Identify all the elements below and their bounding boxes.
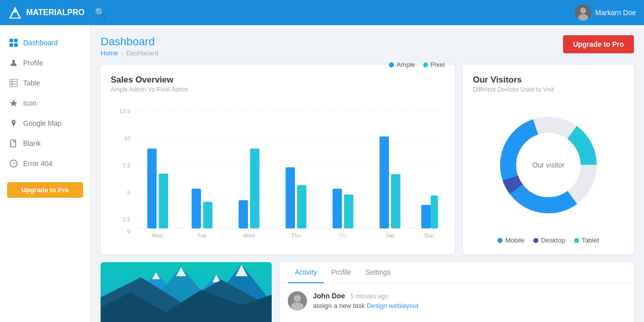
donut-chart-wrapper: Our visitor	[473, 101, 624, 228]
sidebar-item-label: Google Map	[23, 119, 61, 127]
sidebar-upgrade-button[interactable]: Upgrade to Pro	[7, 182, 83, 198]
activity-details: John Doe 5 minutes ago assign a new task…	[313, 291, 419, 309]
svg-rect-37	[238, 200, 248, 228]
search-icon[interactable]: 🔍	[95, 7, 106, 18]
svg-text:2.5: 2.5	[123, 216, 131, 222]
legend-pixel-label: Pixel	[431, 61, 445, 68]
activity-user-name: John Doe	[313, 292, 345, 300]
breadcrumb-separator: ›	[121, 49, 123, 57]
legend-mobile: Mobile	[498, 236, 524, 244]
legend-mobile-label: Mobile	[505, 236, 524, 244]
app-logo[interactable]: MATERIALPRO	[8, 6, 85, 20]
ample-dot	[389, 62, 394, 67]
app-name: MATERIALPRO	[26, 8, 85, 17]
sidebar-item-icon[interactable]: Icon	[0, 94, 90, 113]
donut-center-label: Our visitor	[532, 161, 565, 169]
svg-rect-6	[10, 39, 13, 42]
sidebar: Dashboard Profile Table	[0, 25, 91, 322]
svg-rect-31	[147, 148, 157, 228]
activity-time: 5 minutes ago	[350, 293, 388, 300]
user-menu[interactable]: Markarn Doe	[575, 5, 636, 21]
svg-text:10: 10	[124, 135, 131, 141]
visitors-subtitle: Different Devices Used to Visit	[473, 86, 624, 93]
svg-text:7.5: 7.5	[123, 163, 131, 169]
svg-text:Mon: Mon	[152, 232, 163, 238]
mobile-dot	[498, 238, 503, 243]
upgrade-to-pro-button[interactable]: Upgrade to Pro	[563, 35, 634, 53]
breadcrumb-current: Dashboard	[126, 49, 158, 57]
pixel-dot	[423, 62, 428, 67]
visitors-title: Our Visitors	[473, 75, 624, 85]
mountains-illustration	[101, 262, 272, 322]
svg-rect-38	[250, 148, 260, 228]
tab-settings[interactable]: Settings	[358, 262, 398, 283]
svg-rect-7	[14, 39, 18, 42]
star-icon	[9, 99, 18, 108]
breadcrumb: Home › Dashboard	[101, 49, 158, 57]
sidebar-item-label: Dashboard	[23, 39, 58, 47]
svg-rect-35	[203, 202, 213, 228]
page-title-group: Dashboard Home › Dashboard	[101, 35, 158, 57]
legend-ample-label: Ample	[396, 61, 415, 68]
tab-activity[interactable]: Activity	[288, 262, 324, 283]
svg-rect-41	[297, 185, 306, 228]
sidebar-item-blank[interactable]: Blank	[0, 134, 90, 153]
page-header: Dashboard Home › Dashboard Upgrade to Pr…	[101, 35, 634, 57]
svg-rect-16	[11, 140, 16, 147]
svg-point-71	[291, 302, 303, 310]
svg-point-70	[294, 295, 301, 302]
legend-ample: Ample	[389, 61, 415, 68]
sidebar-item-google-map[interactable]: Google Map	[0, 114, 90, 133]
legend-desktop-label: Desktop	[541, 236, 565, 244]
legend-desktop: Desktop	[533, 236, 565, 244]
sidebar-item-error404[interactable]: ? Error 404	[0, 154, 90, 173]
activity-card: Activity Profile Settings	[280, 262, 634, 322]
svg-text:Tue: Tue	[197, 232, 207, 238]
activity-content: John Doe 5 minutes ago assign a new task…	[280, 283, 634, 318]
sidebar-item-label: Blank	[23, 139, 41, 147]
svg-rect-11	[10, 79, 18, 87]
svg-rect-43	[333, 189, 342, 228]
chart-legend: Ample Pixel	[389, 61, 445, 68]
page-title: Dashboard	[101, 35, 158, 48]
topbar: MATERIALPRO 🔍 Markarn Doe	[0, 0, 644, 25]
file-icon	[9, 139, 18, 148]
user-icon	[9, 58, 18, 67]
activity-text-prefix: assign a new task	[313, 302, 365, 309]
sales-overview-subtitle: Ample Admin Vs Pixel Admin	[111, 86, 188, 93]
sidebar-item-label: Table	[23, 79, 40, 87]
activity-header: John Doe 5 minutes ago	[313, 291, 419, 300]
table-icon	[9, 78, 18, 88]
tab-profile[interactable]: Profile	[324, 262, 358, 283]
user-name: Markarn Doe	[595, 9, 636, 17]
breadcrumb-home[interactable]: Home	[101, 49, 118, 57]
svg-text:Sat: Sat	[385, 232, 394, 238]
image-card	[101, 262, 272, 322]
sidebar-item-dashboard[interactable]: Dashboard	[0, 33, 90, 52]
svg-point-2	[14, 10, 17, 13]
svg-point-10	[12, 60, 15, 63]
activity-item: John Doe 5 minutes ago assign a new task…	[288, 291, 626, 310]
svg-point-4	[580, 8, 586, 14]
svg-text:Fri: Fri	[340, 232, 346, 238]
visitors-legend: Mobile Desktop Tablet	[473, 236, 624, 244]
svg-text:5: 5	[127, 190, 130, 196]
sidebar-item-profile[interactable]: Profile	[0, 53, 90, 72]
svg-rect-44	[344, 195, 354, 228]
legend-pixel: Pixel	[423, 61, 445, 68]
svg-text:0: 0	[127, 228, 130, 234]
desktop-dot	[533, 238, 538, 243]
sidebar-item-label: Icon	[23, 99, 36, 107]
tablet-dot	[574, 238, 579, 243]
svg-rect-50	[431, 196, 438, 228]
svg-rect-47	[391, 174, 400, 228]
map-icon	[9, 119, 18, 128]
dashboard-grid: Sales Overview Ample Admin Vs Pixel Admi…	[101, 65, 634, 254]
avatar	[575, 5, 591, 21]
svg-rect-46	[379, 136, 389, 228]
sidebar-item-table[interactable]: Table	[0, 73, 90, 93]
bar-chart: 12.5 10 7.5 5 2.5 0 Mon	[111, 103, 445, 244]
svg-rect-40	[286, 168, 295, 228]
activity-text-link[interactable]: Design weblayout	[367, 302, 419, 309]
bottom-grid: Activity Profile Settings	[101, 262, 634, 322]
